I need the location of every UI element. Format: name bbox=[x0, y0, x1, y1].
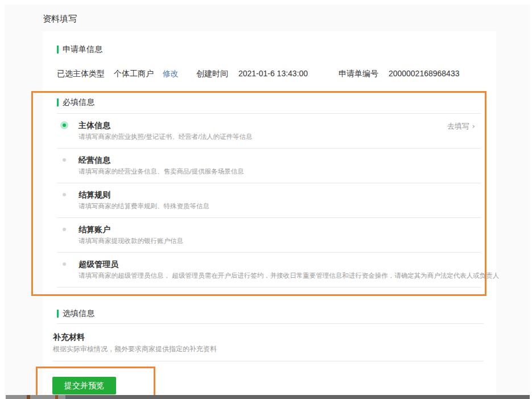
application-number-group: 申请单编号 2000002168968433 bbox=[339, 69, 459, 79]
optional-info-header: 选填信息 bbox=[57, 308, 484, 319]
bottom-bar bbox=[6, 395, 530, 399]
bottom-bar-notch bbox=[27, 395, 30, 399]
application-number-label: 申请单编号 bbox=[339, 69, 378, 78]
step-item-subject[interactable]: 主体信息 请填写商家的营业执照/登记证书、经营者/法人的证件等信息 去填写› bbox=[57, 114, 481, 149]
step-title: 结算账户 bbox=[79, 224, 481, 235]
subject-type-group: 已选主体类型 个体工商户 修改 bbox=[57, 69, 196, 79]
optional-info-section: 选填信息 补充材料 根据实际审核情况，额外要求商家提供指定的补充资料 bbox=[43, 296, 496, 361]
radio-unselected-icon bbox=[63, 158, 66, 162]
step-title: 经营信息 bbox=[79, 154, 481, 166]
subject-type-label: 已选主体类型 bbox=[57, 69, 105, 78]
highlight-box-required: 必填信息 主体信息 请填写商家的营业执照/登记证书、经营者/法人的证件等信息 去… bbox=[31, 91, 486, 296]
step-desc: 请填写商家的结算费率规则、特殊资质等信息 bbox=[79, 201, 481, 211]
section-marker-icon bbox=[57, 46, 59, 54]
chevron-right-icon: › bbox=[472, 122, 475, 130]
step-title: 结算规则 bbox=[79, 189, 481, 200]
step-title: 超级管理员 bbox=[79, 258, 481, 270]
required-info-title: 必填信息 bbox=[63, 97, 94, 108]
radio-selected-icon bbox=[60, 121, 68, 129]
radio-unselected-icon bbox=[63, 193, 66, 196]
step-desc: 请填写商家的超级管理员信息， 超级管理员需在开户后进行签约，并接收日常重要管理信… bbox=[79, 271, 481, 281]
submit-preview-button[interactable]: 提交并预览 bbox=[52, 377, 116, 394]
step-desc: 请填写商家的经营业务信息、售卖商品/提供服务场景信息 bbox=[79, 167, 481, 176]
application-info-section: 申请单信息 已选主体类型 个体工商户 修改 创建时间 2021-01-6 13:… bbox=[43, 31, 496, 79]
section-marker-icon bbox=[57, 310, 59, 318]
form-card: 申请单信息 已选主体类型 个体工商户 修改 创建时间 2021-01-6 13:… bbox=[43, 31, 496, 396]
bottom-bar-notch bbox=[55, 395, 58, 399]
created-time-value: 2021-01-6 13:43:00 bbox=[238, 69, 308, 78]
step-item-settlement-account: 结算账户 请填写商家提现收款的银行账户信息 bbox=[57, 218, 481, 253]
step-item-business: 经营信息 请填写商家的经营业务信息、售卖商品/提供服务场景信息 bbox=[57, 149, 481, 183]
section-marker-icon bbox=[57, 98, 59, 106]
radio-unselected-icon bbox=[63, 262, 66, 266]
application-info-row: 已选主体类型 个体工商户 修改 创建时间 2021-01-6 13:43:00 … bbox=[57, 69, 484, 79]
step-title: 主体信息 bbox=[79, 120, 481, 131]
go-fill-link[interactable]: 去填写› bbox=[447, 121, 475, 131]
radio-unselected-icon bbox=[63, 228, 66, 231]
application-info-header: 申请单信息 bbox=[57, 44, 484, 55]
supplementary-material-item: 补充材料 根据实际审核情况，额外要求商家提供指定的补充资料 bbox=[53, 324, 484, 361]
step-desc: 请填写商家的营业执照/登记证书、经营者/法人的证件等信息 bbox=[79, 132, 481, 142]
highlight-box-submit: 提交并预览 bbox=[36, 367, 155, 397]
subject-type-value: 个体工商户 bbox=[114, 69, 154, 78]
modify-link[interactable]: 修改 bbox=[163, 69, 179, 78]
created-time-group: 创建时间 2021-01-6 13:43:00 bbox=[196, 69, 339, 79]
step-item-super-admin: 超级管理员 请填写商家的超级管理员信息， 超级管理员需在开户后进行签约，并接收日… bbox=[57, 253, 481, 287]
optional-info-title: 选填信息 bbox=[63, 308, 94, 319]
created-time-label: 创建时间 bbox=[196, 69, 228, 78]
step-title: 补充材料 bbox=[53, 331, 484, 343]
page-title: 资料填写 bbox=[43, 14, 77, 24]
step-item-settlement-rules: 结算规则 请填写商家的结算费率规则、特殊资质等信息 bbox=[57, 183, 481, 218]
application-number-value: 2000002168968433 bbox=[389, 69, 460, 78]
required-info-header: 必填信息 bbox=[57, 97, 481, 108]
step-desc: 请填写商家提现收款的银行账户信息 bbox=[79, 236, 481, 246]
step-desc: 根据实际审核情况，额外要求商家提供指定的补充资料 bbox=[53, 344, 484, 354]
application-info-title: 申请单信息 bbox=[63, 44, 102, 55]
